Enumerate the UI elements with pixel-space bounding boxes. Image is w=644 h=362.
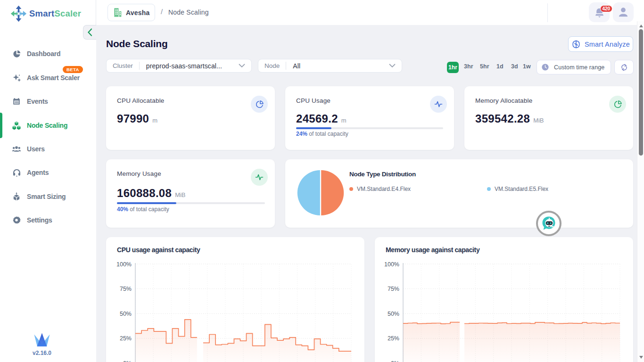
svg-text:25%: 25% [388,335,399,342]
svg-text:25%: 25% [120,335,132,342]
svg-text:100%: 100% [384,261,399,268]
svg-text:50%: 50% [388,311,399,317]
svg-text:0%: 0% [123,360,132,362]
svg-text:50%: 50% [120,311,132,317]
svg-text:75%: 75% [120,286,132,292]
svg-text:0%: 0% [391,360,399,362]
svg-text:100%: 100% [116,261,132,268]
svg-text:75%: 75% [388,286,399,292]
